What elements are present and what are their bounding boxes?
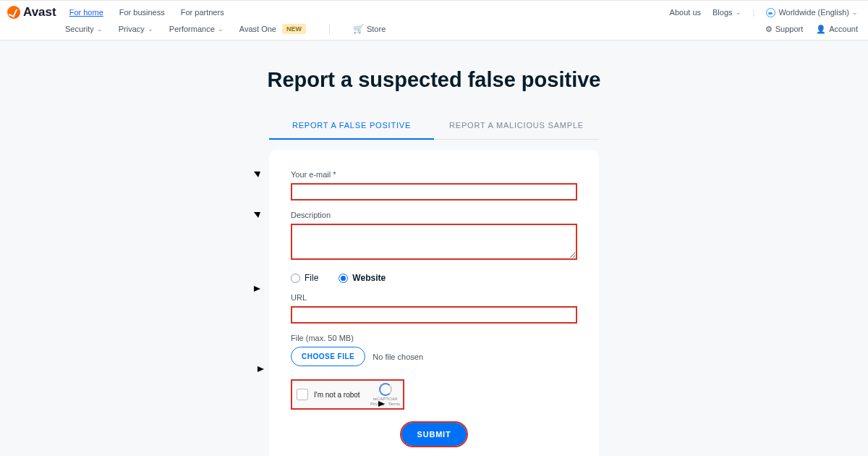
radio-website[interactable]: Website [339,273,386,283]
annotation-arrow [237,364,271,374]
divider [329,24,330,34]
chevron-down-icon: ⌄ [736,9,741,16]
annotation-arrow [221,166,271,195]
svg-line-2 [221,212,260,234]
tab-false-positive[interactable]: REPORT A FALSE POSITIVE [269,112,434,140]
radio-file[interactable]: File [291,273,318,283]
report-form-card: Your e-mail * Description File Website U… [269,150,599,456]
sample-type-radio-group: File Website [291,273,577,283]
nav-security[interactable]: Security⌄ [65,25,103,33]
nav-about[interactable]: About us [670,8,701,17]
description-label: Description [291,211,577,219]
chevron-down-icon: ⌄ [218,25,224,33]
gear-icon: ⚙ [765,25,773,34]
nav-for-business[interactable]: For business [119,8,165,17]
audience-nav: For home For business For partners [69,8,224,17]
nav-support[interactable]: ⚙Support [765,25,804,34]
nav-avast-one[interactable]: Avast OneNEW [239,24,306,34]
region-selector[interactable]: Worldwide (English) ⌄ [766,8,858,17]
url-label: URL [291,293,577,302]
nav-performance[interactable]: Performance⌄ [169,25,224,33]
radio-icon [339,274,348,283]
user-icon: 👤 [816,25,826,34]
nav-for-partners[interactable]: For partners [181,8,224,17]
new-badge: NEW [282,24,306,34]
nav-privacy[interactable]: Privacy⌄ [119,25,153,33]
url-input[interactable] [291,306,577,324]
svg-marker-3 [254,212,260,218]
submit-button[interactable]: SUBMIT [401,423,467,446]
description-textarea[interactable] [291,224,577,260]
top-right-nav: About us Blogs⌄ | Worldwide (English) ⌄ [670,8,868,17]
page-title: Report a suspected false positive [0,68,868,92]
annotation-arrow [221,206,271,235]
file-status-text: No file chosen [373,352,423,361]
avast-logo-icon [7,6,20,19]
email-label: Your e-mail * [291,170,577,179]
recaptcha-widget: I'm not a robot reCAPTCHA Privacy · Term… [291,379,404,410]
top-nav: Avast For home For business For partners… [0,0,868,41]
recaptcha-icon [379,383,392,396]
chevron-down-icon: ⌄ [852,9,858,16]
support-nav: ⚙Support 👤Account [765,25,868,34]
globe-icon [766,8,775,17]
brand-logo[interactable]: Avast [0,5,56,20]
tab-malicious-sample[interactable]: REPORT A MALICIOUS SAMPLE [434,112,599,139]
recaptcha-logo: reCAPTCHA Privacy · Terms [370,383,400,407]
email-input[interactable] [291,183,577,200]
file-label: File (max. 50 MB) [291,334,577,342]
chevron-down-icon: ⌄ [97,25,103,33]
svg-marker-7 [258,366,264,372]
nav-account[interactable]: 👤Account [816,25,858,34]
nav-blogs[interactable]: Blogs⌄ [712,8,741,17]
annotation-arrow [221,284,271,294]
chevron-down-icon: ⌄ [148,25,153,33]
recaptcha-checkbox[interactable] [297,389,308,400]
report-tabs: REPORT A FALSE POSITIVE REPORT A MALICIO… [0,112,868,140]
svg-line-0 [221,172,260,193]
brand-name: Avast [23,5,56,20]
svg-marker-5 [254,286,260,292]
svg-marker-1 [254,172,260,177]
cart-icon: 🛒 [353,24,364,34]
nav-for-home[interactable]: For home [69,8,103,17]
nav-store[interactable]: 🛒Store [353,24,386,34]
recaptcha-label: I'm not a robot [314,391,360,399]
radio-icon [291,274,300,283]
product-nav: Security⌄ Privacy⌄ Performance⌄ Avast On… [65,24,386,34]
choose-file-button[interactable]: CHOOSE FILE [291,347,365,366]
